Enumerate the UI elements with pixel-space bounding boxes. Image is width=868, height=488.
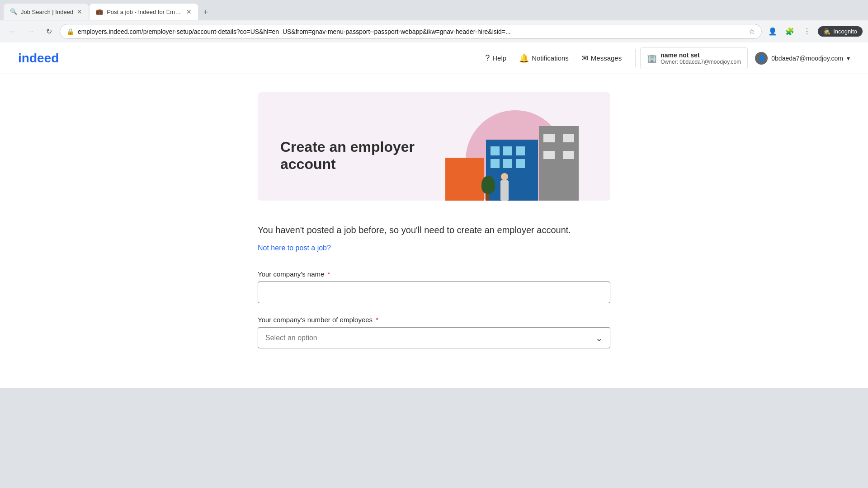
tree-trunk (486, 194, 489, 201)
help-nav-item[interactable]: ? Help (485, 53, 506, 63)
required-star-name: * (328, 270, 330, 278)
tab-job-search[interactable]: 🔍 Job Search | Indeed ✕ (4, 4, 89, 20)
incognito-icon: 🕵️ (823, 28, 830, 35)
tab-close-2[interactable]: ✕ (186, 8, 192, 15)
address-bar[interactable]: 🔒 employers.indeed.com/p/employer-setup/… (60, 24, 762, 39)
building-icon: 🏢 (647, 53, 657, 63)
person-head (501, 173, 508, 180)
toolbar-actions: 👤 🧩 ⋮ (765, 24, 814, 39)
account-owner-email: Owner: 0bdaeda7@moodjoy.com (660, 59, 741, 65)
indeed-header: indeed ? Help 🔔 Notifications ✉ Messages (0, 42, 868, 74)
gray-building-window-1 (543, 134, 555, 142)
browser-window: 🔍 Job Search | Indeed ✕ 💼 Post a job - I… (0, 0, 868, 488)
required-star-employees: * (376, 316, 378, 324)
hero-illustration (416, 110, 588, 201)
window-6 (516, 159, 525, 168)
header-divider (635, 49, 636, 67)
employees-select-wrapper: Select an option 1-10 employees 11-50 em… (258, 327, 610, 348)
tab-favicon-2: 💼 (96, 8, 103, 15)
tab-title-1: Job Search | Indeed (21, 9, 73, 15)
star-icon[interactable]: ☆ (749, 27, 755, 36)
tab-close-1[interactable]: ✕ (77, 8, 82, 15)
chevron-down-icon: ▾ (847, 55, 850, 62)
tree-top (481, 176, 495, 194)
window-3 (516, 146, 525, 155)
gray-building-window-4 (563, 151, 574, 159)
more-options-btn[interactable]: ⋮ (800, 24, 814, 39)
messages-nav-item[interactable]: ✉ Messages (581, 53, 622, 63)
orange-building (445, 158, 484, 201)
help-label: Help (492, 54, 506, 62)
person-graphic (500, 173, 509, 201)
hero-banner: Create an employer account (258, 92, 610, 201)
hero-title: Create an employer account (280, 138, 416, 173)
tree-graphic (479, 176, 495, 201)
help-icon: ? (485, 53, 490, 63)
address-bar-icons: ☆ (749, 27, 755, 36)
account-name: name not set (660, 52, 741, 59)
buildings-graphic (416, 110, 588, 201)
browser-tab-bar: 🔍 Job Search | Indeed ✕ 💼 Post a job - I… (0, 0, 868, 20)
profile-icon-btn[interactable]: 👤 (765, 24, 780, 39)
incognito-label: Incognito (833, 28, 857, 35)
page-content: indeed ? Help 🔔 Notifications ✉ Messages (0, 42, 868, 388)
gray-building-window-2 (563, 134, 574, 142)
notifications-label: Notifications (532, 54, 569, 62)
lock-icon: 🔒 (66, 28, 74, 35)
bell-icon: 🔔 (519, 53, 529, 63)
blue-building-windows (491, 146, 525, 168)
user-avatar-icon: 👤 (755, 52, 768, 65)
employees-select[interactable]: Select an option 1-10 employees 11-50 em… (258, 327, 610, 348)
tab-post-job[interactable]: 💼 Post a job - Indeed for Employe... ✕ (90, 4, 198, 20)
person-body (500, 180, 509, 201)
extensions-icon-btn[interactable]: 🧩 (783, 24, 797, 39)
messages-label: Messages (591, 54, 622, 62)
window-2 (503, 146, 512, 155)
gray-building-window-3 (543, 151, 555, 159)
account-info: 🏢 name not set Owner: 0bdaeda7@moodjoy.c… (640, 47, 748, 69)
employees-group: Your company's number of employees * Sel… (258, 316, 610, 348)
owner-label: Owner: (660, 59, 678, 65)
header-nav: ? Help 🔔 Notifications ✉ Messages (485, 53, 622, 63)
new-tab-button[interactable]: + (199, 5, 212, 19)
employees-label: Your company's number of employees * (258, 316, 610, 324)
back-button[interactable]: ← (5, 24, 20, 39)
tab-favicon-1: 🔍 (10, 8, 17, 15)
logo-text: indeed (18, 51, 59, 65)
main-content: Create an employer account (249, 74, 619, 388)
company-name-label: Your company's name * (258, 270, 610, 278)
mail-icon: ✉ (581, 53, 588, 63)
incognito-badge: 🕵️ Incognito (818, 26, 863, 37)
user-menu[interactable]: 👤 0bdaeda7@moodjoy.com ▾ (755, 52, 850, 65)
reload-button[interactable]: ↻ (42, 24, 56, 39)
account-details: name not set Owner: 0bdaeda7@moodjoy.com (660, 52, 741, 65)
not-here-link[interactable]: Not here to post a job? (258, 244, 331, 252)
window-4 (491, 159, 500, 168)
indeed-logo[interactable]: indeed (18, 51, 59, 66)
window-1 (491, 146, 500, 155)
company-name-group: Your company's name * (258, 270, 610, 303)
owner-email: 0bdaeda7@moodjoy.com (679, 59, 741, 65)
notifications-nav-item[interactable]: 🔔 Notifications (519, 53, 569, 63)
browser-toolbar: ← → ↻ 🔒 employers.indeed.com/p/employer-… (0, 20, 868, 42)
company-name-input[interactable] (258, 282, 610, 303)
forward-button[interactable]: → (24, 24, 38, 39)
url-text: employers.indeed.com/p/employer-setup/ac… (78, 28, 745, 35)
tab-title-2: Post a job - Indeed for Employe... (107, 9, 183, 15)
window-5 (503, 159, 512, 168)
section-subtitle: You haven't posted a job before, so you'… (258, 223, 592, 237)
user-menu-label: 0bdaeda7@moodjoy.com (771, 55, 843, 62)
tall-gray-building (539, 126, 579, 201)
